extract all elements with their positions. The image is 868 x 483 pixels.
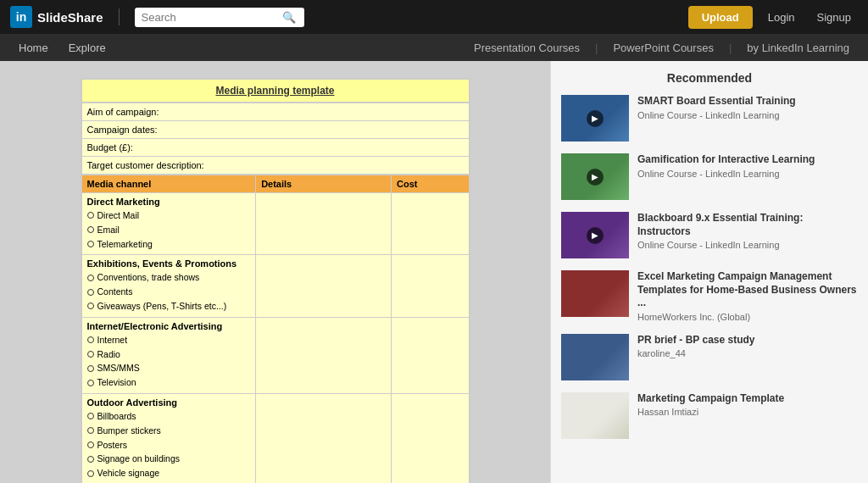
rec-info: Gamification for Interactive LearningOnl… [637,153,858,179]
channel-item: Television [87,375,251,390]
fields-container: Aim of campaign:Campaign dates:Budget (£… [81,103,470,175]
brand-logo[interactable]: in SlideShare [10,6,103,28]
rec-info: Marketing Campaign TemplateHassan Imtiaz… [637,392,858,418]
search-bar[interactable]: 🔍 [135,8,304,27]
channel-item: Giveaways (Pens, T-Shirts etc...) [87,299,251,314]
search-icon[interactable]: 🔍 [282,11,296,24]
presentation-courses-link[interactable]: Presentation Courses [465,42,588,54]
channel-item-label: Giveaways (Pens, T-Shirts etc...) [97,299,227,314]
channel-name: Direct Marketing [87,197,251,207]
rec-item[interactable]: PR brief - BP case studykaroline_44 [561,334,858,380]
channel-item: Billboards [87,409,251,424]
bullet-icon [87,212,94,219]
play-icon[interactable]: ▶ [587,227,604,244]
rec-item[interactable]: ▶Gamification for Interactive LearningOn… [561,153,858,200]
channel-cell: Outdoor AdvertisingBillboardsBumper stic… [81,393,256,483]
rec-subtitle: Online Course - LinkedIn Learning [637,110,858,120]
cost-cell [392,393,469,483]
explore-link[interactable]: Explore [60,42,114,54]
channel-item: SMS/MMS [87,361,251,375]
channel-item-label: Direct Mail [97,208,140,223]
subnav-divider: | [595,42,598,54]
rec-thumbnail[interactable]: ▶ [561,153,629,200]
rec-item[interactable]: Excel Marketing Campaign Management Temp… [561,270,858,322]
channel-item-label: Contents [97,285,133,299]
channel-item: Radio [87,347,251,362]
rec-subtitle: karoline_44 [637,348,858,358]
bullet-icon [87,470,94,477]
signup-link[interactable]: Signup [810,11,858,24]
field-row: Aim of campaign: [81,103,469,121]
rec-subtitle: HomeWorkers Inc. (Global) [637,312,858,322]
rec-title[interactable]: Gamification for Interactive Learning [637,153,858,167]
table-row: Outdoor AdvertisingBillboardsBumper stic… [81,393,469,483]
channel-name: Internet/Electronic Advertising [87,321,251,331]
top-navbar: in SlideShare 🔍 Upload Login Signup [0,0,868,34]
content-area: Media planning template Aim of campaign:… [0,61,550,483]
learning-link[interactable]: by LinkedIn Learning [738,42,858,54]
rec-thumbnail[interactable]: ▶ [561,212,629,258]
rec-info: SMART Board Essential TrainingOnline Cou… [637,95,858,120]
channel-item-label: Internet [97,333,128,347]
field-row: Target customer description: [81,157,469,175]
table-row: Exhibitions, Events & PromotionsConventi… [81,255,469,317]
channel-item-label: Signage on buildings [97,452,181,466]
details-cell [256,317,392,393]
rec-title[interactable]: Blackboard 9.x Essential Training: Instr… [637,212,858,238]
channel-cell: Direct MarketingDirect MailEmailTelemark… [81,193,256,255]
channel-item: Conventions, trade shows [87,270,251,285]
sidebar: Recommended ▶SMART Board Essential Train… [550,61,868,483]
rec-subtitle: Online Course - LinkedIn Learning [637,240,858,250]
rec-item[interactable]: ▶SMART Board Essential TrainingOnline Co… [561,95,858,142]
field-label: Aim of campaign: [81,103,469,121]
rec-title[interactable]: SMART Board Essential Training [637,95,858,108]
search-input[interactable] [142,11,277,24]
field-label: Target customer description: [81,157,469,175]
bullet-icon [87,289,94,296]
rec-thumbnail[interactable] [561,392,629,439]
bullet-icon [87,456,94,463]
channel-item: Vehicle signage [87,466,251,480]
channel-item: Telemarketing [87,237,251,252]
bullet-icon [87,351,94,358]
rec-info: Blackboard 9.x Essential Training: Instr… [637,212,858,250]
field-row: Budget (£): [81,139,469,157]
slide-title: Media planning template [81,80,469,103]
rec-subtitle: Online Course - LinkedIn Learning [637,169,858,179]
channel-item: Posters [87,438,251,452]
nav-divider [119,8,120,25]
play-icon[interactable]: ▶ [587,169,604,186]
rec-thumbnail[interactable]: ▶ [561,95,629,142]
cost-cell [392,255,469,317]
table-header-cell: Details [256,175,392,193]
rec-thumbnail[interactable] [561,334,629,380]
bullet-icon [87,241,94,247]
rec-item[interactable]: ▶Blackboard 9.x Essential Training: Inst… [561,212,858,258]
rec-title[interactable]: Excel Marketing Campaign Management Temp… [637,270,858,310]
rec-thumbnail[interactable] [561,270,629,317]
channel-item-label: Radio [97,347,120,362]
powerpoint-courses-link[interactable]: PowerPoint Courses [604,42,722,54]
login-link[interactable]: Login [761,11,802,24]
channel-item-label: Email [97,223,120,237]
channel-item: Email [87,223,251,237]
home-link[interactable]: Home [10,42,57,54]
channel-item-label: Vehicle signage [97,466,160,480]
upload-button[interactable]: Upload [688,6,753,29]
field-row: Campaign dates: [81,121,469,139]
channel-item-label: Conventions, trade shows [97,270,200,285]
subnav-divider-2: | [729,42,732,54]
rec-title[interactable]: PR brief - BP case study [637,334,858,347]
channel-name: Outdoor Advertising [87,397,251,408]
play-icon[interactable]: ▶ [587,110,604,127]
subnav-right: Presentation Courses | PowerPoint Course… [465,42,858,54]
bullet-icon [87,380,94,386]
bullet-icon [87,336,94,343]
details-cell [256,255,392,317]
table-header-cell: Media channel [81,175,256,193]
channel-item: Direct Mail [87,208,251,223]
secondary-navbar: Home Explore Presentation Courses | Powe… [0,34,868,61]
rec-title[interactable]: Marketing Campaign Template [637,392,858,406]
rec-item[interactable]: Marketing Campaign TemplateHassan Imtiaz… [561,392,858,439]
table-row: Internet/Electronic AdvertisingInternetR… [81,317,469,393]
